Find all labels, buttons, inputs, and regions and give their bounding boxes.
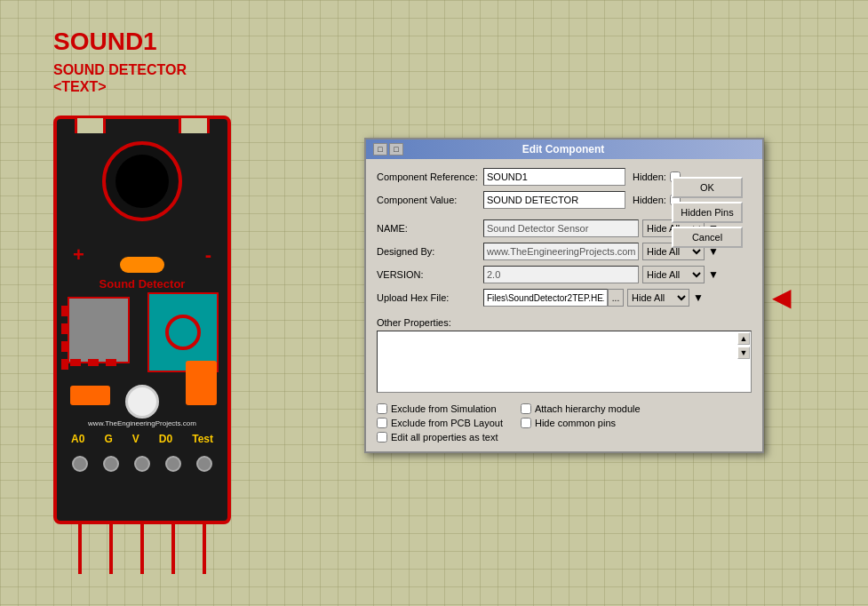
upload-hide-select[interactable]: Hide All Show All xyxy=(627,289,689,307)
exclude-simulation-checkbox[interactable] xyxy=(377,403,387,414)
designed-by-input[interactable] xyxy=(483,243,639,260)
pin-label-a0: A0 xyxy=(71,433,84,445)
chip-pin-1 xyxy=(61,306,68,316)
version-input[interactable] xyxy=(483,266,639,283)
other-props-section: Other Properties: ▲ ▼ xyxy=(377,317,752,396)
checkboxes-section: Exclude from Simulation Exclude from PCB… xyxy=(377,403,752,443)
dialog-title-icons: □ □ xyxy=(373,143,403,155)
hidden-label-2: Hidden: xyxy=(633,195,666,205)
bottom-center-component xyxy=(125,385,159,419)
microphone-circle xyxy=(102,141,182,221)
edit-properties-label: Edit all properties as text xyxy=(391,432,498,443)
microphone-inner xyxy=(115,155,169,208)
pin-labels: A0 G V D0 Test xyxy=(57,433,227,445)
component-reference-input[interactable] xyxy=(483,168,625,186)
hide-common-pins-item: Hide common pins xyxy=(521,418,641,428)
hidden-label-1: Hidden: xyxy=(633,171,666,182)
pin-wires xyxy=(57,521,227,574)
other-props-textarea[interactable] xyxy=(377,331,752,393)
pin-circles xyxy=(57,456,227,472)
plus-label: + xyxy=(73,243,84,267)
chip-left xyxy=(68,297,130,363)
board-title: Sound Detector xyxy=(100,277,186,291)
minus-label: - xyxy=(205,243,211,267)
pin-label-d0: D0 xyxy=(159,433,172,445)
upload-input[interactable] xyxy=(483,289,608,307)
pin-circle-4 xyxy=(165,456,181,472)
pin-circle-1 xyxy=(72,456,88,472)
chip-right-circle xyxy=(165,315,201,350)
pin-wire-4 xyxy=(171,521,175,574)
hide-common-pins-checkbox[interactable] xyxy=(521,418,531,428)
component-value-label: Component Value: xyxy=(377,195,483,205)
edit-component-dialog: □ □ Edit Component OK Hidden Pins Cancel… xyxy=(364,138,764,453)
textarea-scroll-up[interactable]: ▲ xyxy=(737,332,750,345)
red-arrow: ◀ xyxy=(772,285,792,310)
pcb-title: SOUND1 xyxy=(53,27,187,57)
version-dropdown-btn[interactable]: ▼ xyxy=(708,268,719,281)
exclude-simulation-item: Exclude from Simulation xyxy=(377,403,503,414)
bottom-right-component xyxy=(186,361,217,405)
edit-properties-item: Edit all properties as text xyxy=(377,432,503,443)
other-props-label: Other Properties: xyxy=(377,317,752,328)
notch-right xyxy=(179,116,210,133)
pin-circle-2 xyxy=(103,456,119,472)
pin-wire-1 xyxy=(78,521,82,574)
dialog-body: OK Hidden Pins Cancel Component Referenc… xyxy=(366,159,762,451)
pcb-subtitle-line1: SOUND DETECTOR xyxy=(53,61,187,78)
version-hide-select[interactable]: Hide All Show All xyxy=(642,266,705,283)
chip-pin-4 xyxy=(61,359,68,370)
dialog-content-wrapper: OK Hidden Pins Cancel Component Referenc… xyxy=(377,168,752,443)
pcb-subtitle-line2: <TEXT> xyxy=(53,78,187,95)
notch-left xyxy=(75,116,106,133)
upload-dropdown-btn[interactable]: ▼ xyxy=(693,291,704,304)
cancel-button[interactable]: Cancel xyxy=(672,227,743,248)
pin-circle-5 xyxy=(196,456,212,472)
chip-pin-3 xyxy=(61,341,68,352)
component-value-input[interactable] xyxy=(483,191,625,209)
designed-by-label: Designed By: xyxy=(377,246,483,257)
exclude-pcb-label: Exclude from PCB Layout xyxy=(391,418,503,428)
attach-hierarchy-label: Attach hierarchy module xyxy=(535,403,641,414)
checkboxes-right: Attach hierarchy module Hide common pins xyxy=(521,403,641,443)
exclude-simulation-label: Exclude from Simulation xyxy=(391,403,497,414)
upload-label: Upload Hex File: xyxy=(377,292,483,303)
name-input[interactable] xyxy=(483,219,639,237)
upload-row: Upload Hex File: ... Hide All Show All ▼… xyxy=(377,289,752,307)
chip-pin-2 xyxy=(61,323,68,334)
checkboxes-left: Exclude from Simulation Exclude from PCB… xyxy=(377,403,503,443)
action-buttons: OK Hidden Pins Cancel xyxy=(672,177,743,248)
exclude-pcb-item: Exclude from PCB Layout xyxy=(377,418,503,428)
pin-label-test: Test xyxy=(192,433,213,445)
upload-browse-btn[interactable]: ... xyxy=(608,289,624,307)
pin-label-g: G xyxy=(104,433,112,445)
bottom-left-component xyxy=(70,386,110,405)
pin-circle-3 xyxy=(134,456,150,472)
pcb-area: SOUND1 SOUND DETECTOR <TEXT> xyxy=(53,27,187,95)
chip-pins-left xyxy=(61,306,68,370)
pin-wire-5 xyxy=(203,521,206,574)
pin-label-v: V xyxy=(132,433,139,445)
hidden-pins-button[interactable]: Hidden Pins xyxy=(672,202,743,223)
edit-properties-checkbox[interactable] xyxy=(377,432,387,443)
title-btn-2[interactable]: □ xyxy=(389,143,403,155)
chip-pins-bottom xyxy=(70,359,116,366)
ok-button[interactable]: OK xyxy=(672,177,743,198)
exclude-pcb-checkbox[interactable] xyxy=(377,418,387,428)
chip-pin-h2 xyxy=(88,359,99,366)
board-website: www.TheEngineeringProjects.com xyxy=(88,419,196,427)
attach-hierarchy-checkbox[interactable] xyxy=(521,403,531,414)
version-row: VERSION: Hide All Show All ▼ xyxy=(377,266,752,283)
pin-wire-3 xyxy=(140,521,144,574)
version-label: VERSION: xyxy=(377,269,483,280)
textarea-scroll-down[interactable]: ▼ xyxy=(737,347,750,359)
chip-pin-h1 xyxy=(70,359,81,366)
hide-common-pins-label: Hide common pins xyxy=(535,418,616,428)
attach-hierarchy-item: Attach hierarchy module xyxy=(521,403,641,414)
name-label: NAME: xyxy=(377,223,483,234)
chip-pin-h3 xyxy=(106,359,116,366)
pin-wire-2 xyxy=(109,521,113,574)
title-btn-1[interactable]: □ xyxy=(373,143,387,155)
dialog-titlebar: □ □ Edit Component xyxy=(366,140,762,159)
component-reference-label: Component Reference: xyxy=(377,171,483,182)
